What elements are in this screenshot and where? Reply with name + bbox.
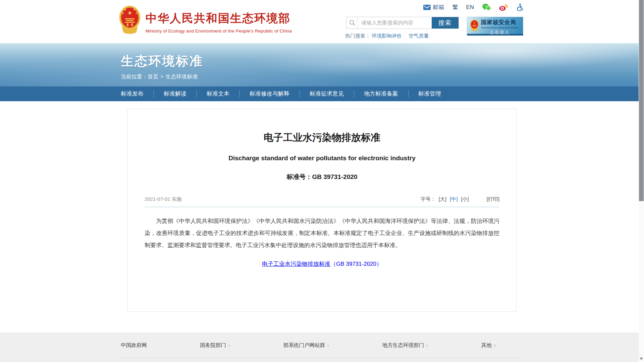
- search-input[interactable]: [358, 17, 432, 28]
- hot-search-link-air[interactable]: 空气质量: [409, 33, 429, 39]
- article-body: 为贯彻《中华人民共和国环境保护法》《中华人民共和国水污染防治法》《中华人民共和国…: [145, 215, 499, 251]
- font-size-small-button[interactable]: [小]: [461, 196, 469, 202]
- page-banner: 生态环境标准 当前位置：首页>生态环境标准: [0, 43, 644, 86]
- scrollbar-track[interactable]: [639, 0, 644, 362]
- mail-label: 邮箱: [433, 3, 444, 11]
- attachment-row: 电子工业水污染物排放标准（GB 39731-2020）: [145, 260, 499, 268]
- accessibility-link[interactable]: [516, 3, 523, 11]
- search-area: 搜索: [346, 17, 459, 29]
- site-subtitle: Ministry of Ecology and Environment of t…: [146, 28, 292, 34]
- nuclear-badge-title: 国家核安全局: [481, 19, 518, 26]
- weibo-link[interactable]: [499, 3, 508, 11]
- national-emblem-icon: ★ ★ ★ ★ ★: [119, 5, 141, 34]
- search-icon: [346, 17, 358, 28]
- article-meta-row: 2021-07-01 实施 字号： [大] [中] [小] [打印]: [145, 196, 499, 202]
- english-toggle[interactable]: EN: [466, 4, 474, 11]
- font-size-label: 字号：: [421, 196, 436, 202]
- nav-item-standard-release[interactable]: 标准发布: [121, 86, 154, 101]
- footer-link-portal-group[interactable]: 部系统门户网站群›: [283, 342, 329, 349]
- svg-text:★: ★: [122, 11, 124, 15]
- breadcrumb: 当前位置：首页>生态环境标准: [121, 73, 198, 80]
- breadcrumb-label: 当前位置：: [121, 74, 148, 79]
- search-box: 搜索: [346, 17, 459, 29]
- site-title: 中华人民共和国生态环境部: [146, 11, 292, 26]
- mail-link[interactable]: 邮箱: [423, 3, 444, 11]
- svg-text:★: ★: [136, 11, 138, 15]
- svg-text:★: ★: [124, 8, 126, 11]
- site-header: ★ ★ ★ ★ ★ 中华人民共和国生态环境部 Ministry of Ecolo…: [0, 0, 644, 43]
- scroll-down-arrow-icon[interactable]: [640, 358, 643, 360]
- svg-text:★: ★: [473, 21, 475, 24]
- breadcrumb-current: 生态环境标准: [165, 74, 198, 79]
- nav-item-standard-amendment[interactable]: 标准修改与解释: [239, 86, 300, 101]
- article-date: 2021-07-01 实施: [145, 196, 182, 202]
- chevron-right-icon: ›: [327, 342, 329, 348]
- page-title: 生态环境标准: [121, 53, 203, 70]
- breadcrumb-separator: >: [160, 74, 163, 79]
- svg-text:★: ★: [133, 8, 136, 11]
- nuclear-badge-subtitle: National Nuclear Safety Administration: [481, 26, 518, 29]
- header-quick-links: 邮箱 繁 EN: [423, 3, 523, 11]
- nav-item-standard-comments[interactable]: 标准征求意见: [300, 86, 354, 101]
- meta-divider: [145, 207, 499, 207]
- main-content: 电子工业水污染物排放标准 Discharge standard of water…: [0, 101, 644, 333]
- attachment-link-suffix: （GB 39731-2020）: [330, 261, 382, 267]
- weibo-icon: [499, 3, 508, 11]
- attachment-link[interactable]: 电子工业水污染物排放标准（GB 39731-2020）: [262, 261, 382, 267]
- nuclear-safety-banner[interactable]: ★ 国家核安全局 National Nuclear Safety Adminis…: [467, 17, 523, 36]
- hot-search-label: 热门搜索：: [345, 33, 370, 39]
- nuclear-badge-emblem-icon: ★: [470, 19, 479, 31]
- accessibility-icon: [516, 3, 523, 11]
- chevron-right-icon: ›: [494, 342, 496, 348]
- footer-divider: [121, 357, 523, 358]
- article-card: 电子工业水污染物排放标准 Discharge standard of water…: [127, 109, 517, 312]
- nav-item-local-standard-filing[interactable]: 地方标准备案: [354, 86, 408, 101]
- footer-link-gov[interactable]: 中国政府网: [121, 342, 147, 349]
- chevron-right-icon: ›: [426, 342, 428, 348]
- nav-item-standard-management[interactable]: 标准管理: [408, 86, 451, 101]
- site-logo: ★ ★ ★ ★ ★ 中华人民共和国生态环境部 Ministry of Ecolo…: [119, 5, 292, 34]
- nuclear-badge-enter-label: 点击进入: [481, 29, 518, 36]
- svg-text:★: ★: [127, 10, 132, 16]
- article-title-english: Discharge standard of water pollutants f…: [145, 155, 499, 162]
- traditional-chinese-toggle[interactable]: 繁: [452, 3, 458, 11]
- footer-link-others[interactable]: 其他›: [481, 342, 496, 349]
- footer-links-row: 中国政府网 国务院部门› 部系统门户网站群› 地方生态环境部门› 其他›: [121, 333, 523, 349]
- wechat-icon: [482, 3, 491, 11]
- font-size-medium-button[interactable]: [中]: [450, 196, 458, 202]
- print-button[interactable]: [打印]: [487, 196, 499, 202]
- article-title: 电子工业水污染物排放标准: [145, 131, 499, 144]
- page-footer: 中国政府网 国务院部门› 部系统门户网站群› 地方生态环境部门› 其他› 链接：…: [0, 333, 644, 362]
- footer-link-local-departments[interactable]: 地方生态环境部门›: [382, 342, 428, 349]
- hot-search-link-eia[interactable]: 环境影响评价: [372, 33, 402, 39]
- wechat-link[interactable]: [482, 3, 491, 11]
- attachment-link-text: 电子工业水污染物排放标准: [262, 261, 330, 267]
- chevron-right-icon: ›: [228, 342, 230, 348]
- scrollbar-thumb[interactable]: [639, 0, 644, 201]
- footer-link-state-council[interactable]: 国务院部门›: [200, 342, 230, 349]
- search-button[interactable]: 搜索: [432, 17, 459, 28]
- breadcrumb-home-link[interactable]: 首页: [148, 74, 158, 79]
- hot-search-row: 热门搜索： 环境影响评价 空气质量: [345, 33, 486, 39]
- nav-item-standard-text[interactable]: 标准文本: [197, 86, 239, 101]
- article-standard-number: 标准号：GB 39731-2020: [145, 173, 499, 181]
- mail-icon: [423, 5, 431, 10]
- font-size-large-button[interactable]: [大]: [439, 196, 446, 202]
- nav-item-standard-interpretation[interactable]: 标准解读: [154, 86, 197, 101]
- section-nav: 标准发布 标准解读 标准文本 标准修改与解释 标准征求意见 地方标准备案 标准管…: [0, 86, 644, 101]
